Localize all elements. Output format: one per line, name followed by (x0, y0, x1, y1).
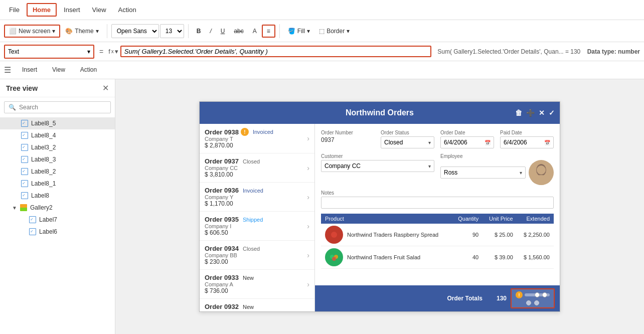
product-row-1[interactable]: Northwind Traders Raspberry Spread 90 $ … (321, 224, 554, 246)
order-status-select[interactable]: Closed ▾ (381, 136, 434, 148)
unit-price-header: Unit Price (482, 214, 517, 224)
customer-field: Customer Company CC ▾ (321, 153, 434, 185)
svg-point-4 (331, 232, 337, 238)
equals-sign: = (96, 48, 106, 56)
menu-insert[interactable]: Insert (59, 4, 85, 16)
align-button[interactable]: ≡ (262, 25, 275, 38)
bold-button[interactable]: B (193, 26, 205, 37)
search-icon: 🔍 (9, 104, 16, 111)
order-item-0938[interactable]: Order 0938 ! Invoiced Company T $ 2,870.… (200, 124, 314, 153)
order-item-0933[interactable]: Order 0933 New Company A $ 736.00 › (200, 270, 314, 299)
border-button[interactable]: ⬚ Border ▾ (315, 26, 354, 37)
menu-view[interactable]: View (87, 4, 111, 16)
label-icon (21, 120, 28, 127)
slider-handle[interactable] (542, 292, 547, 297)
tree-item-label8-2[interactable]: Label8_2 (0, 165, 115, 178)
tab-insert[interactable]: Insert (15, 63, 44, 77)
chevron-down-icon: ▾ (52, 28, 55, 35)
label-icon (21, 156, 28, 163)
font-size-select[interactable]: 13 (160, 24, 184, 38)
detail-row-2: Customer Company CC ▾ Employee Ross (321, 153, 554, 185)
sidebar-title: Tree view (6, 84, 38, 92)
order-item-0932[interactable]: Order 0932 New Company K $ 800.00 › (200, 299, 314, 311)
font-color-button[interactable]: A (249, 26, 261, 37)
toolbar: ⬜ New screen ▾ 🎨 Theme ▾ Open Sans 13 B … (0, 20, 644, 42)
tree-item-label7[interactable]: Label7 (0, 214, 115, 226)
product-header: Product (321, 214, 452, 224)
order-status-field: Order Status Closed ▾ (381, 130, 434, 148)
order-item-0935[interactable]: Order 0935 Shipped Company I $ 606.50 › (200, 212, 314, 241)
strikethrough-button[interactable]: abc (230, 26, 247, 37)
tree-item-label8-3[interactable]: Label8_3 (0, 153, 115, 165)
extended-header: Extended (517, 214, 554, 224)
menu-file[interactable]: File (4, 4, 25, 16)
label-icon (29, 216, 36, 223)
customer-select[interactable]: Company CC ▾ (321, 160, 434, 172)
order-item-0934[interactable]: Order 0934 Closed Company BB $ 230.00 › (200, 241, 314, 270)
order-item-0937[interactable]: Order 0937 Closed Company CC $ 3,810.00 … (200, 153, 314, 183)
paid-date-input[interactable]: 6/4/2006 📅 (500, 136, 554, 148)
tree-item-gallery2[interactable]: ▼ Gallery2 (0, 202, 115, 214)
chevron-down-icon: ▾ (307, 28, 310, 35)
chevron-down-icon: ▾ (96, 28, 99, 35)
close-icon[interactable]: ✕ (539, 109, 545, 117)
font-group: Open Sans 13 (111, 24, 184, 38)
chevron-down-icon: ▾ (520, 170, 522, 176)
new-screen-button[interactable]: ⬜ New screen ▾ (4, 25, 60, 38)
slider-handle[interactable] (535, 292, 540, 297)
label-icon (21, 144, 28, 151)
chevron-down-icon: ▾ (115, 48, 118, 55)
theme-icon: 🎨 (65, 28, 73, 35)
chevron-right-icon: › (307, 164, 309, 172)
formula-input-wrapper (120, 46, 431, 57)
app-preview: Northwind Orders 🗑 ➕ ✕ ✓ Order 093 (199, 101, 560, 312)
type-selector[interactable]: Text ▾ (4, 45, 94, 59)
resize-handle[interactable] (534, 300, 539, 305)
search-input[interactable] (19, 104, 106, 111)
app-header-icons: 🗑 ➕ ✕ ✓ (515, 109, 555, 117)
chevron-right-icon: › (307, 280, 309, 288)
formula-input[interactable] (124, 48, 427, 55)
tab-view[interactable]: View (45, 63, 72, 77)
tab-action[interactable]: Action (73, 63, 104, 77)
tree-item-label8-4[interactable]: Label8_4 (0, 129, 115, 141)
menu-home[interactable]: Home (27, 3, 57, 17)
tree-items: Label8_5 Label8_4 Label3_2 Label8_3 Labe (0, 117, 115, 334)
employee-select[interactable]: Ross ▾ (440, 166, 526, 179)
screen-group: ⬜ New screen ▾ 🎨 Theme ▾ (4, 25, 103, 38)
product-image-1 (325, 226, 343, 244)
order-totals-value: 130 (487, 295, 507, 302)
warning-icon: ! (516, 291, 523, 298)
chevron-down-icon: ▾ (87, 48, 90, 55)
gallery-icon (20, 204, 27, 211)
svg-point-2 (537, 165, 546, 175)
resize-handle[interactable] (526, 300, 531, 305)
underline-button[interactable]: U (217, 26, 229, 37)
sidebar-close-button[interactable]: ✕ (102, 83, 109, 93)
fill-group: 🪣 Fill ▾ ⬚ Border ▾ (284, 26, 354, 37)
italic-button[interactable]: / (206, 26, 215, 37)
order-date-input[interactable]: 6/4/2006 📅 (440, 136, 494, 148)
order-item-0936[interactable]: Order 0936 Invoiced Company Y $ 1,170.00… (200, 183, 314, 212)
notes-input[interactable] (321, 197, 554, 209)
border-icon: ⬚ (319, 28, 325, 35)
menu-action[interactable]: Action (113, 4, 141, 16)
fill-button[interactable]: 🪣 Fill ▾ (284, 26, 314, 37)
add-icon[interactable]: ➕ (526, 109, 535, 117)
font-select[interactable]: Open Sans (111, 24, 159, 38)
quantity-header: Quantity (452, 214, 482, 224)
svg-point-8 (332, 257, 336, 261)
tree-item-label8-1[interactable]: Label8_1 (0, 178, 115, 190)
fx-button[interactable]: fx ▾ (108, 48, 118, 55)
check-icon[interactable]: ✓ (549, 109, 555, 117)
menu-bar: File Home Insert View Action (0, 0, 644, 20)
label-icon (21, 192, 28, 199)
tree-item-label8-5[interactable]: Label8_5 (0, 117, 115, 129)
delete-icon[interactable]: 🗑 (515, 109, 522, 117)
hamburger-icon[interactable]: ☰ (4, 65, 11, 75)
theme-button[interactable]: 🎨 Theme ▾ (61, 26, 102, 37)
tree-item-label3-2[interactable]: Label3_2 (0, 141, 115, 153)
tree-item-label6[interactable]: Label6 (0, 226, 115, 238)
tree-item-label8[interactable]: Label8 (0, 190, 115, 202)
product-row-2[interactable]: Northwind Traders Fruit Salad 40 $ 39.00… (321, 246, 554, 269)
